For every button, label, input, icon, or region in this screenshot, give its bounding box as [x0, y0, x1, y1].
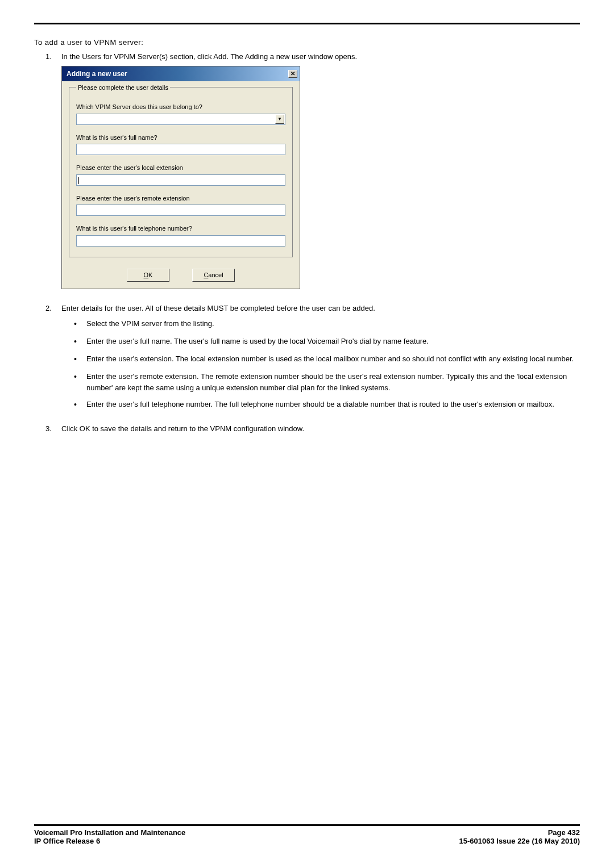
label-vpim-server: Which VPIM Server does this user belong …: [76, 102, 285, 112]
bullet-item: •Enter the user's full telephone number.…: [74, 399, 580, 411]
step-2-bullets: •Select the VPIM server from the listing…: [74, 318, 580, 411]
input-local-extension[interactable]: [76, 174, 285, 186]
bullet-item: •Enter the user's full name. The user's …: [74, 336, 580, 348]
footer-release: IP Office Release 6: [34, 837, 100, 845]
bullet-text: Enter the user's extension. The local ex…: [86, 353, 574, 365]
step-2-text: Enter details for the user. All of these…: [61, 304, 375, 312]
select-vpim-server[interactable]: ▼: [76, 114, 285, 125]
bullet-dot-icon: •: [74, 318, 86, 330]
bullet-text: Select the VPIM server from the listing.: [86, 318, 214, 330]
dialog-window: Adding a new user ✕ Please complete the …: [61, 66, 300, 289]
label-full-name: What is this user's full name?: [76, 133, 285, 143]
dialog-title: Adding a new user: [67, 69, 127, 79]
text-cursor: [78, 177, 79, 184]
footer-rule: [34, 824, 580, 826]
step-3-text: Click OK to save the details and return …: [61, 424, 304, 433]
bullet-item: •Select the VPIM server from the listing…: [74, 318, 580, 330]
dialog-title-bar[interactable]: Adding a new user ✕: [62, 66, 300, 81]
label-telephone: What is this user's full telephone numbe…: [76, 224, 285, 233]
user-details-fieldset: Please complete the user details Which V…: [69, 87, 293, 257]
bullet-dot-icon: •: [74, 336, 86, 348]
step-number: 1.: [45, 51, 61, 296]
step-2: 2. Enter details for the user. All of th…: [45, 303, 580, 417]
step-number: 3.: [45, 423, 61, 435]
bullet-text: Enter the user's full telephone number. …: [86, 399, 554, 411]
step-1: 1. In the Users for VPNM Server(s) secti…: [45, 51, 580, 296]
page-footer: Voicemail Pro Installation and Maintenan…: [34, 824, 580, 845]
step-3: 3. Click OK to save the details and retu…: [45, 423, 580, 435]
bullet-dot-icon: •: [74, 353, 86, 365]
footer-doc-title: Voicemail Pro Installation and Maintenan…: [34, 828, 185, 837]
bullet-dot-icon: •: [74, 399, 86, 411]
bullet-item: •Enter the user's remote extension. The …: [74, 371, 580, 393]
top-rule: [34, 23, 580, 24]
ok-button[interactable]: OK: [127, 269, 169, 282]
label-remote-extension: Please enter the user's remote extension: [76, 194, 285, 203]
chevron-down-icon[interactable]: ▼: [275, 115, 284, 124]
label-local-extension: Please enter the user's local extension: [76, 163, 285, 173]
bullet-dot-icon: •: [74, 371, 86, 393]
intro-heading: To add a user to VPNM server:: [34, 38, 580, 47]
step-number: 2.: [45, 303, 61, 417]
close-icon[interactable]: ✕: [288, 70, 297, 78]
bullet-item: •Enter the user's extension. The local e…: [74, 353, 580, 365]
footer-docid: 15-601063 Issue 22e (16 May 2010): [459, 837, 580, 845]
bullet-text: Enter the user's remote extension. The r…: [86, 371, 580, 393]
dialog-button-row: OK Cancel: [62, 263, 300, 289]
footer-page-number: Page 432: [548, 828, 580, 837]
input-remote-extension[interactable]: [76, 205, 285, 216]
step-1-text: In the Users for VPNM Server(s) section,…: [61, 52, 357, 61]
input-full-name[interactable]: [76, 144, 285, 155]
input-telephone[interactable]: [76, 235, 285, 247]
fieldset-legend: Please complete the user details: [76, 83, 170, 93]
cancel-button[interactable]: Cancel: [192, 269, 235, 282]
bullet-text: Enter the user's full name. The user's f…: [86, 336, 429, 348]
numbered-list: 1. In the Users for VPNM Server(s) secti…: [45, 51, 580, 435]
dialog-screenshot: Adding a new user ✕ Please complete the …: [61, 66, 580, 289]
